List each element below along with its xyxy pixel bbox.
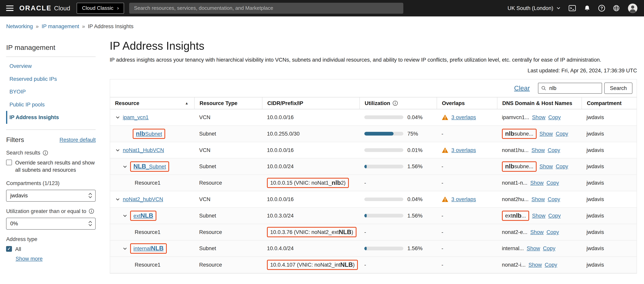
compartment-select[interactable]: jwdavis bbox=[6, 190, 96, 202]
sidebar-item-ip-address-insights[interactable]: IP Address Insights bbox=[6, 111, 96, 124]
search-highlight-box: 10.0.0.15 (VNIC: noNat1_nlb2) bbox=[267, 178, 349, 188]
copy-link[interactable]: Copy bbox=[556, 131, 568, 137]
column-header-resource[interactable]: Resource ▲ bbox=[110, 97, 194, 109]
sidebar-item-public-ip-pools[interactable]: Public IP pools bbox=[6, 98, 96, 111]
global-search[interactable] bbox=[129, 3, 404, 14]
copy-link[interactable]: Copy bbox=[548, 147, 560, 153]
chevron-right-icon: › bbox=[117, 5, 119, 11]
topbar-actions: UK South (London) ? bbox=[508, 3, 638, 13]
override-checkbox[interactable] bbox=[6, 160, 12, 165]
show-link[interactable]: Show bbox=[540, 163, 553, 170]
chevron-down-icon[interactable] bbox=[122, 246, 128, 251]
resource-link[interactable]: ipam_vcn1 bbox=[123, 114, 148, 120]
utilization-select[interactable]: 0% bbox=[6, 218, 96, 230]
overlaps-link[interactable]: 3 overlaps bbox=[451, 196, 476, 202]
copy-link[interactable]: Copy bbox=[556, 163, 568, 170]
show-link[interactable]: Show bbox=[532, 196, 545, 202]
overlaps-link[interactable]: 3 overlaps bbox=[451, 147, 476, 153]
resource-cell: nlbSubnet bbox=[110, 126, 194, 142]
text-part: subne... bbox=[514, 131, 533, 137]
show-link[interactable]: Show bbox=[530, 229, 544, 235]
table-row: Resource1Resource10.0.3.76 (VNIC: noNat2… bbox=[110, 224, 637, 241]
overlaps-cell: 3 overlaps bbox=[437, 109, 497, 125]
restore-default-link[interactable]: Restore default bbox=[60, 137, 96, 143]
overlaps-cell: - bbox=[437, 224, 497, 240]
check-icon: ✓ bbox=[7, 246, 11, 252]
info-icon[interactable] bbox=[43, 150, 48, 155]
copy-link[interactable]: Copy bbox=[548, 196, 560, 202]
notifications-bell-icon[interactable] bbox=[584, 5, 591, 12]
chevron-down-icon[interactable] bbox=[115, 147, 120, 153]
chevron-down-icon[interactable] bbox=[122, 164, 128, 169]
show-link[interactable]: Show bbox=[530, 180, 544, 186]
cloud-classic-button[interactable]: Cloud Classic › bbox=[77, 3, 124, 14]
global-search-input[interactable] bbox=[133, 5, 400, 11]
search-highlight-box: internalNLB bbox=[130, 243, 167, 254]
oracle-cloud-logo[interactable]: ORACLE Cloud bbox=[19, 4, 70, 12]
table-row: internalNLBSubnet10.0.4.0/241.56%-intern… bbox=[110, 241, 637, 257]
copy-link[interactable]: Copy bbox=[546, 229, 559, 235]
show-link[interactable]: Show bbox=[532, 114, 546, 121]
region-selector[interactable]: UK South (London) bbox=[508, 5, 561, 11]
sort-ascending-icon[interactable]: ▲ bbox=[185, 101, 188, 105]
compartment-select-value: jwdavis bbox=[10, 192, 28, 199]
overlaps-cell: - bbox=[437, 241, 497, 257]
sidebar-item-byoip[interactable]: BYOIP bbox=[6, 85, 96, 98]
compartment-cell: jwdavis bbox=[582, 175, 636, 191]
overlaps-link[interactable]: 3 overlaps bbox=[451, 114, 476, 121]
text-part: nonat1hu... bbox=[502, 147, 528, 153]
show-link[interactable]: Show bbox=[526, 245, 540, 252]
cidr-cell: 10.0.0.0/16 bbox=[262, 191, 360, 207]
copy-link[interactable]: Copy bbox=[543, 245, 556, 252]
resource-link[interactable]: internalNLB bbox=[134, 245, 164, 252]
utilization-value: 0.04% bbox=[408, 114, 422, 121]
copy-link[interactable]: Copy bbox=[545, 262, 557, 268]
show-link[interactable]: Show bbox=[532, 147, 545, 153]
cloud-shell-icon[interactable] bbox=[568, 5, 576, 11]
info-icon[interactable] bbox=[89, 208, 94, 214]
user-avatar[interactable] bbox=[628, 3, 638, 13]
info-icon[interactable] bbox=[392, 101, 398, 106]
utilization-cell: 1.56% bbox=[360, 158, 437, 174]
resource-link[interactable]: extNLB bbox=[134, 212, 153, 219]
show-link[interactable]: Show bbox=[532, 213, 546, 219]
copy-link[interactable]: Copy bbox=[548, 114, 561, 121]
search-match: nlb bbox=[512, 212, 522, 219]
hamburger-menu-icon[interactable] bbox=[6, 5, 14, 11]
chevron-down-icon[interactable] bbox=[122, 213, 128, 218]
resource-name: Resource1 bbox=[135, 229, 160, 235]
resource-link[interactable]: NLB_Subnet bbox=[134, 163, 166, 170]
sidebar-item-overview[interactable]: Overview bbox=[6, 60, 96, 73]
table-search-input[interactable] bbox=[548, 85, 599, 92]
resource-cell: Resource1 bbox=[110, 175, 194, 191]
table-row: noNat2_hubVCNVCN10.0.0.0/160.04%3 overla… bbox=[110, 191, 637, 208]
text-part: 10.0.0.0/16 bbox=[267, 147, 294, 153]
resource-link[interactable]: noNat1_HubVCN bbox=[123, 147, 164, 153]
copy-link[interactable]: Copy bbox=[546, 180, 559, 186]
breadcrumb-ip-management[interactable]: IP management bbox=[42, 23, 79, 29]
sidebar-item-reserved-public-ips[interactable]: Reserved public IPs bbox=[6, 73, 96, 85]
compartment-cell: jwdavis bbox=[582, 109, 636, 125]
copy-link[interactable]: Copy bbox=[548, 213, 561, 219]
all-checkbox[interactable]: ✓ bbox=[6, 246, 12, 252]
show-more-link[interactable]: Show more bbox=[16, 256, 43, 262]
search-button[interactable]: Search bbox=[604, 83, 633, 94]
utilization-bar-fill bbox=[364, 247, 367, 250]
clear-link[interactable]: Clear bbox=[514, 85, 530, 92]
chevron-down-icon[interactable] bbox=[115, 197, 120, 202]
show-link[interactable]: Show bbox=[528, 262, 542, 268]
overlaps-cell: - bbox=[437, 208, 497, 224]
resource-link[interactable]: noNat2_hubVCN bbox=[123, 196, 163, 202]
text-part: ... bbox=[522, 213, 526, 219]
overlaps-cell: 3 overlaps bbox=[437, 142, 497, 158]
search-match: NLB bbox=[151, 245, 164, 252]
show-link[interactable]: Show bbox=[540, 131, 553, 137]
chevron-down-icon[interactable] bbox=[115, 115, 120, 120]
utilization-select-value: 0% bbox=[10, 220, 18, 227]
globe-icon[interactable] bbox=[613, 5, 620, 12]
breadcrumb-networking[interactable]: Networking bbox=[6, 23, 33, 29]
help-icon[interactable]: ? bbox=[598, 5, 605, 11]
resource-link[interactable]: nlbSubnet bbox=[136, 130, 162, 137]
warning-icon bbox=[442, 196, 448, 202]
resource-type-cell: VCN bbox=[194, 191, 262, 207]
